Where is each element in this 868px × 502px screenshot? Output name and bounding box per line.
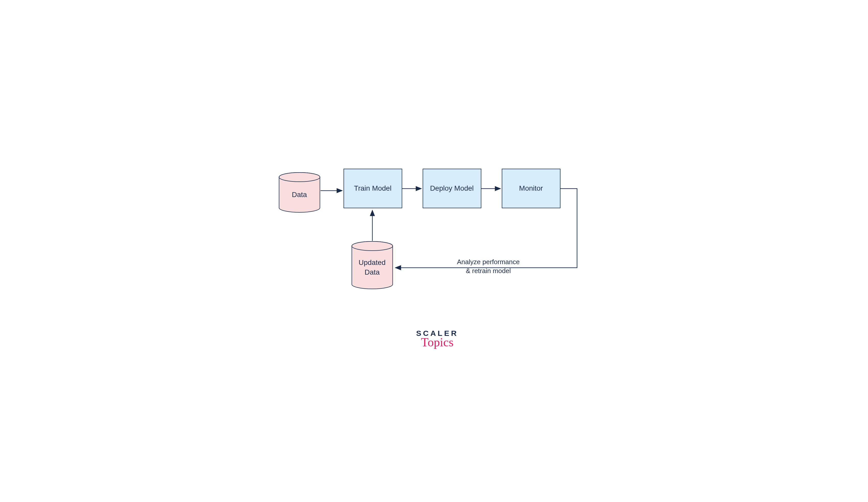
deploy-model-label: Deploy Model <box>430 184 474 193</box>
updated-data-cylinder: UpdatedData <box>351 241 393 289</box>
svg-point-8 <box>352 242 393 250</box>
svg-point-6 <box>279 173 320 182</box>
train-model-box: Train Model <box>343 169 402 208</box>
data-cylinder: Data <box>278 172 321 213</box>
data-label: Data <box>292 185 307 199</box>
monitor-box: Monitor <box>502 169 560 208</box>
deploy-model-box: Deploy Model <box>423 169 481 208</box>
diagram-canvas: Data UpdatedData Train Model Deploy Mode… <box>243 140 626 362</box>
monitor-label: Monitor <box>519 184 543 193</box>
train-model-label: Train Model <box>354 184 392 193</box>
feedback-annotation: Analyze performance& retrain model <box>457 257 520 275</box>
logo-topics-word: Topics <box>416 335 458 349</box>
scaler-topics-logo: SCALER Topics <box>416 329 458 349</box>
updated-data-label: UpdatedData <box>359 253 386 277</box>
